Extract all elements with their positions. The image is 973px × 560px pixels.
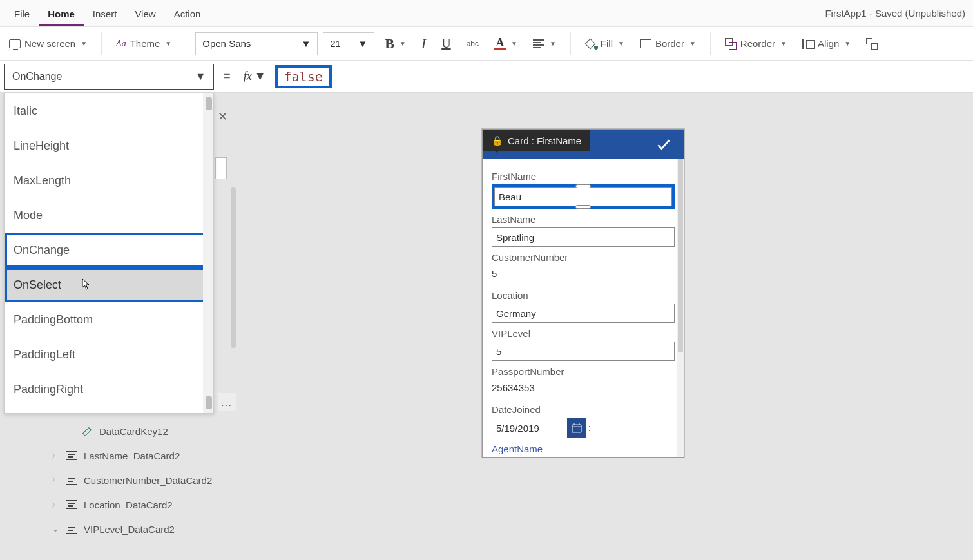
form-body: FirstName LastName CustomerNumber 5 Loca…: [483, 159, 684, 457]
fx-button[interactable]: fx ▼: [240, 70, 270, 83]
form-card: 🔒 Card : FirstName FirstName LastName Cu…: [482, 129, 684, 458]
chevron-down-icon: ▼: [358, 38, 367, 49]
passport-label: PassportNumber: [492, 366, 675, 377]
chevron-down-icon: ▼: [81, 40, 87, 47]
card-icon: [66, 451, 77, 460]
tree-item-location[interactable]: 〉 Location_DataCard2: [52, 492, 245, 517]
fill-label: Fill: [601, 38, 613, 49]
theme-icon: Aa: [116, 39, 126, 49]
menubar-left: File Home Insert View Action: [5, 0, 209, 26]
tree-item-customernumber[interactable]: 〉 CustomerNumber_DataCard2: [52, 468, 245, 492]
align-to-icon: [802, 39, 814, 49]
lock-icon: 🔒: [492, 135, 503, 146]
firstname-input[interactable]: [494, 187, 672, 206]
submit-check-button[interactable]: [644, 130, 684, 159]
chevron-down-icon: ▼: [511, 40, 517, 47]
selection-chip[interactable]: 🔒 Card : FirstName: [483, 130, 590, 151]
menu-home[interactable]: Home: [39, 2, 84, 26]
dropdown-scrollbar[interactable]: [203, 93, 213, 413]
property-selector-value: OnChange: [12, 71, 62, 82]
dropdown-item-lineheight[interactable]: LineHeight: [5, 128, 213, 163]
panel-stub: [215, 157, 227, 179]
property-selector[interactable]: OnChange ▼: [4, 64, 214, 90]
italic-button[interactable]: I: [416, 32, 431, 56]
strikethrough-button[interactable]: abc: [461, 35, 484, 52]
screen-icon: [9, 39, 21, 48]
tree-item-datacardkey[interactable]: DataCardKey12: [82, 419, 245, 443]
dropdown-item-paddingright[interactable]: PaddingRight: [5, 372, 213, 407]
font-color-button[interactable]: A ▼: [489, 33, 523, 54]
menu-file[interactable]: File: [5, 2, 39, 26]
fill-icon: [585, 39, 597, 49]
separator: [101, 32, 102, 55]
customernumber-value: 5: [492, 266, 675, 285]
tree-item-viplevel[interactable]: ⌄ VIPLevel_DataCard2: [52, 517, 245, 541]
dropdown-item-mode[interactable]: Mode: [5, 198, 213, 233]
align-button[interactable]: Align ▼: [797, 34, 856, 53]
tree-label: DataCardKey12: [99, 426, 168, 437]
fx-icon: fx: [244, 70, 252, 83]
card-icon: [66, 525, 77, 534]
firstname-input-selected[interactable]: [492, 184, 675, 209]
datejoined-row: :: [492, 418, 675, 438]
tree-label: Location_DataCard2: [84, 499, 173, 510]
dropdown-item-paddingleft[interactable]: PaddingLeft: [5, 337, 213, 372]
fill-button[interactable]: Fill ▼: [580, 34, 630, 53]
chevron-down-icon: ▼: [550, 40, 556, 47]
resize-handle-top[interactable]: [575, 184, 591, 188]
font-family-select[interactable]: Open Sans ▼: [195, 32, 318, 55]
dropdown-item-italic[interactable]: Italic: [5, 93, 213, 128]
firstname-label: FirstName: [492, 171, 675, 182]
new-screen-button[interactable]: New screen ▼: [4, 34, 92, 53]
font-size-value: 21: [330, 38, 341, 49]
new-screen-label: New screen: [24, 38, 75, 49]
chevron-down-icon: ▼: [844, 40, 851, 47]
theme-button[interactable]: Aa Theme ▼: [111, 34, 177, 53]
dropdown-item-onchange[interactable]: OnChange: [5, 233, 213, 267]
datejoined-input[interactable]: [492, 418, 568, 438]
group-button[interactable]: [861, 34, 883, 53]
date-colon: :: [586, 423, 591, 433]
dropdown-item-maxlength[interactable]: MaxLength: [5, 163, 213, 198]
menu-view[interactable]: View: [126, 2, 164, 26]
bold-button[interactable]: B▼: [380, 32, 411, 56]
lastname-label: LastName: [492, 214, 675, 225]
text-align-button[interactable]: ▼: [528, 35, 561, 52]
italic-icon: I: [421, 35, 426, 52]
dropdown-item-onselect[interactable]: OnSelect: [5, 267, 213, 302]
group-icon: [866, 38, 878, 50]
form-scrollbar[interactable]: [677, 159, 684, 457]
calendar-icon: [572, 423, 582, 433]
reorder-button[interactable]: Reorder ▼: [720, 34, 792, 53]
chevron-down-icon: ▼: [780, 40, 787, 47]
chevron-down-icon: ⌄: [52, 525, 59, 534]
underline-button[interactable]: U: [436, 32, 456, 55]
tree-view: DataCardKey12 〉 LastName_DataCard2 〉 Cus…: [52, 419, 245, 541]
font-size-select[interactable]: 21 ▼: [323, 32, 374, 55]
separator: [710, 32, 711, 55]
menu-insert[interactable]: Insert: [84, 2, 126, 26]
formula-input[interactable]: false: [275, 65, 332, 88]
agentname-label: AgentName: [492, 443, 675, 454]
location-input[interactable]: [492, 304, 675, 323]
dropdown-item-paddingbottom[interactable]: PaddingBottom: [5, 302, 213, 337]
viplevel-input[interactable]: [492, 342, 675, 361]
lastname-input[interactable]: [492, 227, 675, 247]
separator: [570, 32, 571, 55]
underline-icon: U: [441, 36, 450, 51]
reorder-label: Reorder: [740, 38, 775, 49]
resize-handle-bottom[interactable]: [575, 205, 591, 209]
close-icon[interactable]: ✕: [218, 110, 227, 124]
border-button[interactable]: Border ▼: [635, 34, 701, 53]
datejoined-label: DateJoined: [492, 404, 675, 415]
tree-item-lastname[interactable]: 〉 LastName_DataCard2: [52, 443, 245, 468]
more-options-button[interactable]: …: [218, 393, 236, 411]
panel-scrollbar[interactable]: [231, 187, 236, 348]
formula-value: false: [284, 69, 323, 84]
datepicker-button[interactable]: [568, 418, 586, 438]
tree-label: LastName_DataCard2: [84, 450, 180, 461]
property-dropdown[interactable]: Italic LineHeight MaxLength Mode OnChang…: [4, 93, 214, 414]
menu-action[interactable]: Action: [165, 2, 210, 26]
theme-label: Theme: [130, 38, 160, 49]
chevron-down-icon: ▼: [400, 40, 406, 47]
